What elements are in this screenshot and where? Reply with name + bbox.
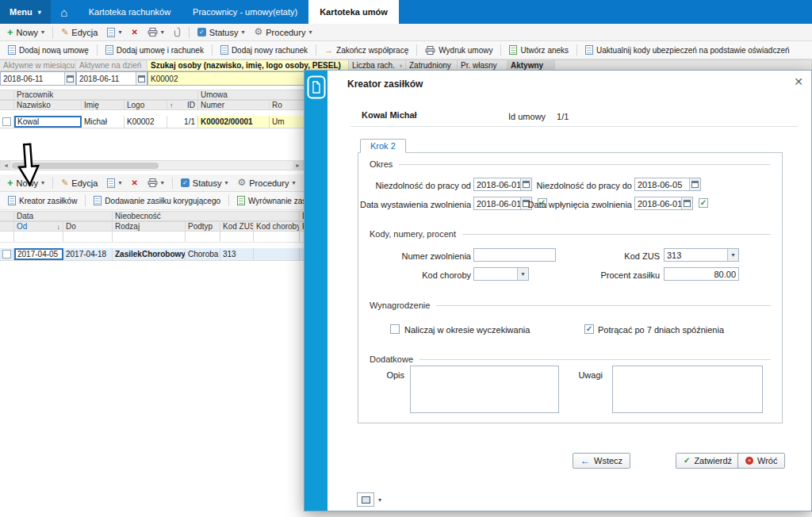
group-header-data: Data xyxy=(14,212,113,220)
scrollbar-thumb[interactable] xyxy=(12,163,159,169)
toolbar1-procedures-button[interactable]: ⚙ Procedury ▾ xyxy=(251,26,316,39)
late-deduction-checkbox[interactable]: ✓ xyxy=(584,324,594,334)
add-contract-button[interactable]: Dodaj nową umowę xyxy=(5,44,92,56)
chevron-down-icon[interactable]: ▾ xyxy=(378,496,381,504)
remarks-textarea[interactable] xyxy=(612,366,763,413)
toolbar2-delete-button[interactable]: ✕ xyxy=(127,178,141,189)
cell-nazwisko[interactable]: Kowal xyxy=(14,116,82,128)
toolbar2-form-button[interactable]: ▾ xyxy=(103,177,125,190)
column-header-logo[interactable]: Logo xyxy=(124,101,167,109)
close-icon[interactable]: ✕ xyxy=(794,75,803,88)
cell-podtyp[interactable]: Choroba xyxy=(186,248,220,260)
actionbar-separator xyxy=(576,44,577,56)
toolbar1-attachment-button[interactable] xyxy=(170,25,185,39)
calendar-icon[interactable] xyxy=(681,197,692,209)
add-bill-button[interactable]: Dodaj nowy rachunek xyxy=(217,44,311,56)
toolbar2-procedures-button[interactable]: ⚙ Procedury ▾ xyxy=(234,177,300,190)
cell-od[interactable]: 2017-04-05 xyxy=(14,248,63,260)
column-header-kod-choroby[interactable]: Kod choroby xyxy=(254,222,300,231)
toolbar2-print-button[interactable]: ▾ xyxy=(144,177,168,189)
filter-header-active-day[interactable]: Aktywne na dzień xyxy=(76,59,147,71)
column-header-od[interactable]: Od ↓ xyxy=(14,222,63,231)
filter-header-active-month[interactable]: Aktywne w miesiącu xyxy=(0,59,76,71)
add-correcting-benefit-button[interactable]: Dodawanie zasiłku korygującego xyxy=(90,194,224,207)
cell-id[interactable]: 1/1 xyxy=(167,116,198,128)
scroll-left-button[interactable]: ◄ xyxy=(1,161,11,170)
back-button[interactable]: ← Wstecz xyxy=(573,453,630,469)
cell-kod-zus[interactable]: 313 xyxy=(220,248,254,260)
calendar-icon[interactable] xyxy=(64,72,75,85)
cell-numer[interactable]: K00002/00001 xyxy=(198,116,270,128)
column-header-do[interactable]: Do xyxy=(63,222,113,231)
description-textarea[interactable] xyxy=(410,366,559,413)
toolbar1-delete-button[interactable]: ✕ xyxy=(127,27,141,38)
incapacity-to-field[interactable]: 2018-06-05 xyxy=(634,178,701,191)
printer-icon xyxy=(147,28,158,36)
calendar-icon[interactable] xyxy=(136,72,147,85)
chevron-down-icon: ▾ xyxy=(308,29,312,36)
return-button-label: Wróć xyxy=(757,456,777,465)
cell-imie[interactable]: Michał xyxy=(82,116,124,128)
waiting-period-checkbox[interactable] xyxy=(390,324,400,334)
menu-button[interactable]: Menu ▾ xyxy=(0,0,51,24)
cell-rodzaj[interactable]: ZasilekChorobowy xyxy=(113,248,186,260)
gear-icon: ⚙ xyxy=(238,178,247,187)
cell-kod-choroby[interactable] xyxy=(254,248,300,260)
toolbar1-statuses-button[interactable]: ✓ Statusy ▾ xyxy=(193,26,249,39)
toolbar1-form-button[interactable]: ▾ xyxy=(103,26,125,39)
dialog-contract-id: Id umowy 1/1 xyxy=(508,112,569,121)
active-month-date-field[interactable]: 2018-06-11 xyxy=(0,71,76,86)
leave-number-field[interactable] xyxy=(473,248,556,262)
cell-logo[interactable]: K00002 xyxy=(124,116,167,128)
disease-code-dropdown[interactable]: ▾ xyxy=(473,267,529,281)
tab-kartoteka-rachunkow[interactable]: Kartoteka rachunków xyxy=(78,0,182,24)
row-checkbox[interactable] xyxy=(2,117,11,126)
receipt-date-field[interactable]: 2018-06-01 xyxy=(634,197,693,210)
receipt-date-checkbox[interactable]: ✓ xyxy=(699,198,708,208)
benefit-wizard-button[interactable]: Kreator zasiłków xyxy=(5,194,80,207)
home-button[interactable]: ⌂ xyxy=(51,0,78,24)
cell-do[interactable]: 2017-04-18 xyxy=(63,248,113,260)
plus-icon: + xyxy=(7,29,13,36)
empty-cell xyxy=(254,232,300,242)
add-contract-and-bill-button[interactable]: Dodaj umowę i rachunek xyxy=(102,44,207,56)
absences-table-row[interactable]: 2017-04-05 2017-04-18 ZasilekChorobowy C… xyxy=(0,248,328,261)
toolbar1-edit-button[interactable]: ✎ Edycja xyxy=(57,26,102,39)
column-header-kod-zus[interactable]: Kod ZUS xyxy=(220,222,254,231)
contract-id-label: Id umowy xyxy=(508,112,546,121)
benefit-percent-field[interactable]: 80.00 xyxy=(664,267,739,281)
row-checkbox[interactable] xyxy=(2,250,11,258)
tab-krok-2[interactable]: Krok 2 xyxy=(360,139,406,153)
return-button[interactable]: × Wróć xyxy=(737,453,785,469)
chevron-down-icon[interactable]: ▾ xyxy=(517,268,528,280)
view-selector-button[interactable] xyxy=(357,492,374,507)
toolbar2-new-button[interactable]: + Nowy ▾ xyxy=(3,177,48,190)
column-header-rodzaj[interactable]: Rodzaj xyxy=(113,222,186,231)
printer-icon xyxy=(425,46,435,55)
tab-pracownicy-umowy[interactable]: Pracownicy - umowy(etaty) xyxy=(182,0,308,24)
tab-kartoteka-umow[interactable]: Kartoteka umów xyxy=(308,0,399,24)
column-header-id[interactable]: ↑ ID xyxy=(167,101,198,109)
horizontal-scrollbar[interactable]: ◄ ► xyxy=(0,160,304,170)
confirm-button[interactable]: ✓ Zatwierdź xyxy=(676,453,740,469)
section-dodatkowe: Dodatkowe xyxy=(370,354,771,364)
toolbar1-new-button[interactable]: + Nowy ▾ xyxy=(3,26,48,39)
column-header-nazwisko[interactable]: Nazwisko xyxy=(14,101,82,109)
end-cooperation-button[interactable]: → Zakończ współpracę xyxy=(321,44,412,56)
empty-cell xyxy=(63,232,113,242)
calendar-icon[interactable] xyxy=(689,178,700,190)
column-header-numer[interactable]: Numer xyxy=(198,101,270,109)
create-annex-button[interactable]: Utwórz aneks xyxy=(506,44,572,56)
chevron-down-icon[interactable]: ▾ xyxy=(727,249,738,261)
print-contract-button[interactable]: Wydruk umowy xyxy=(422,44,496,56)
toolbar2-edit-button[interactable]: ✎ Edycja xyxy=(57,177,102,190)
update-insurance-codes-button[interactable]: Uaktualnij kody ubezpieczeń na podstawie… xyxy=(582,44,792,56)
toolbar2-statuses-button[interactable]: ✓ Statusy ▾ xyxy=(177,177,232,190)
column-header-podtyp[interactable]: Podtyp xyxy=(186,222,220,231)
zus-code-dropdown[interactable]: 313 ▾ xyxy=(664,248,739,262)
toolbar1-print-button[interactable]: ▾ xyxy=(144,26,168,38)
column-header-imie[interactable]: Imię xyxy=(82,101,124,109)
active-day-date-field[interactable]: 2018-06-11 xyxy=(76,71,147,86)
scroll-right-button[interactable]: ► xyxy=(293,161,303,170)
pr-wlasny-label: Pr. własny xyxy=(461,61,497,70)
